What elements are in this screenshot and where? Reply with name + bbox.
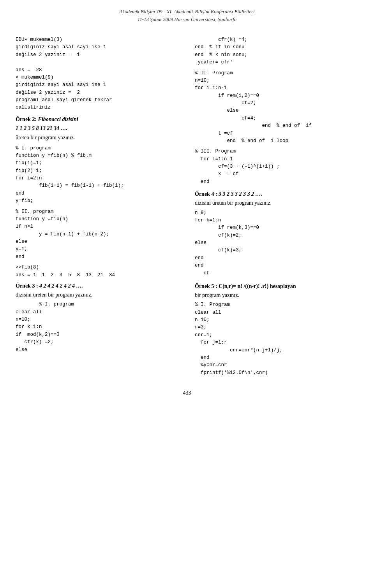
header-line2: 11-13 Şubat 2009 Harran Üniversitesi, Şa… (16, 16, 358, 23)
ornek5-title: Örnek 5 : C(n,r)= n! /((n-r)! .r!) hesap… (195, 283, 358, 290)
program-ii-right: % II. Program n=10; for i=1:n-1 if rem(i… (195, 70, 358, 145)
left-column: EDU» mukemmel(3) girdiginiz sayi asal sa… (16, 35, 183, 355)
ornek5-desc: bir program yazınız. (195, 291, 358, 300)
ornek5-bold: Örnek 5 : (195, 283, 217, 289)
program5-code: % I. Program clear all n=10; r=3; cnr=1;… (195, 301, 358, 377)
ornek3-title: Örnek 3 : 4 2 4 2 4 2 4 2 4 …. (16, 283, 183, 289)
ornek4-title: Örnek 4 : 3 3 2 3 3 2 3 3 2 …. (195, 191, 358, 197)
page-number: 433 (16, 390, 358, 396)
intro-code: EDU» mukemmel(3) girdiginiz sayi asal sa… (16, 36, 183, 112)
page-header: Akademik Bilişim '09 - XI. Akademik Bili… (16, 8, 358, 23)
ornek4-bold: Örnek 4 : (195, 191, 217, 197)
program3-code: % I. program clear all n=10; for k=1:n i… (16, 301, 183, 354)
program2-heading: % II. program function y =fib(n) if n>1 … (16, 208, 183, 261)
program-iii-right: % III. Program for i=1:n-1 cf=(3 + (-1)^… (195, 148, 358, 186)
ornek5-formula: C(n,r)= n! /((n-r)! .r!) hesaplayan (217, 283, 296, 289)
ornek4-desc: dizisini üreten bir program yazınız. (195, 199, 358, 207)
ornek2-title: Örnek 2: Fibonacci dizisini (16, 116, 183, 123)
right-column: cfr(k) =4; end % if in sonu end % k nin … (195, 35, 358, 378)
code-top: cfr(k) =4; end % if in sonu end % k nin … (195, 36, 358, 67)
ornek2-series: 1 1 2 3 5 8 13 21 34 …. (16, 124, 183, 133)
program1-heading: % I. program function y =fib(n) % fib.m … (16, 145, 183, 205)
ornek3-series: 4 2 4 2 4 2 4 2 4 …. (38, 283, 83, 289)
main-content: EDU» mukemmel(3) girdiginiz sayi asal sa… (16, 35, 358, 378)
ornek2-text: üreten bir program yazınız. (16, 133, 183, 142)
ornek4-code: n=9; for k=1:n if rem(k,3)==0 cf(k)=2; e… (195, 209, 358, 277)
ornek2-bold: Örnek 2: (16, 116, 37, 122)
ornek2-desc: Fibonacci dizisini (37, 116, 78, 122)
page-container: Akademik Bilişim '09 - XI. Akademik Bili… (0, 0, 374, 588)
ornek4-series: 3 3 2 3 3 2 3 3 2 …. (217, 191, 263, 197)
ornek3-bold: Örnek 3 : (16, 283, 38, 289)
fibcall-code: >>fib(8) ans = 1 1 2 3 5 8 13 21 34 (16, 264, 183, 279)
ornek3-desc: dizisini üreten bir program yazınız. (16, 291, 183, 299)
header-line1: Akademik Bilişim '09 - XI. Akademik Bili… (16, 8, 358, 16)
